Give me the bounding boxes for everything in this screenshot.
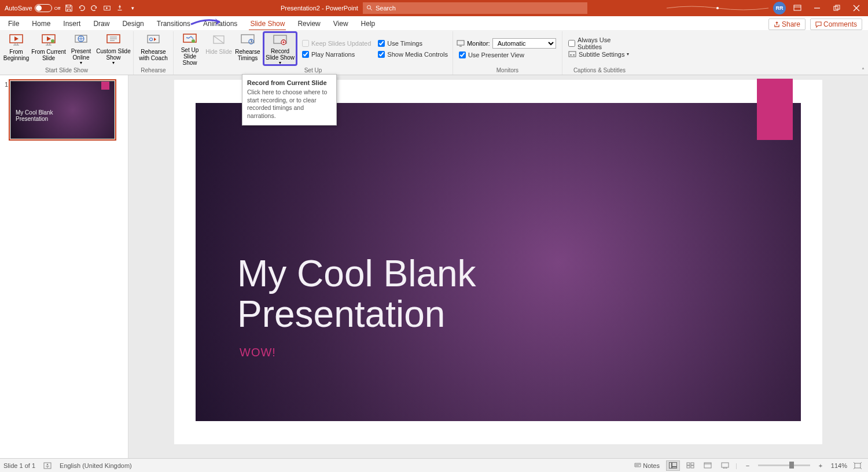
slideshow-view-button[interactable] xyxy=(718,460,732,471)
record-slide-show-button[interactable]: Record Slide Show ▾ xyxy=(263,31,297,66)
collapse-ribbon-icon[interactable]: ˄ xyxy=(862,67,865,73)
tab-draw[interactable]: Draw xyxy=(92,17,111,30)
reading-view-icon xyxy=(704,462,712,469)
svg-rect-33 xyxy=(704,463,711,468)
touch-mode-icon[interactable] xyxy=(116,4,124,12)
svg-rect-34 xyxy=(722,463,729,467)
thumbnail-number: 1 xyxy=(2,81,10,139)
group-monitors: Monitor: Automatic Use Presenter View Mo… xyxy=(453,31,562,75)
monitor-icon xyxy=(457,40,465,47)
zoom-in-button[interactable]: + xyxy=(814,460,827,471)
ribbon: From Beginning From Current Slide Presen… xyxy=(0,30,868,75)
notes-button[interactable]: Notes xyxy=(631,460,663,471)
toggle-switch-icon[interactable] xyxy=(35,4,52,12)
fit-to-window-button[interactable] xyxy=(851,460,865,471)
slide-sorter-view-button[interactable] xyxy=(683,460,697,471)
slide-canvas-pane[interactable]: My Cool Blank Presentation WOW! xyxy=(128,75,868,458)
slide-subtitle-textbox[interactable]: WOW! xyxy=(240,346,276,359)
hide-slide-icon xyxy=(212,33,226,47)
svg-rect-3 xyxy=(794,5,801,10)
title-center: Presentation2 - PowerPoint Search xyxy=(281,2,587,14)
show-media-controls-checkbox[interactable]: Show Media Controls xyxy=(376,49,450,60)
group-rehearse: Rehearse with Coach Rehearse xyxy=(134,31,174,75)
slide-page: My Cool Blank Presentation WOW! xyxy=(174,80,822,444)
qat-dropdown-icon[interactable]: ▾ xyxy=(128,4,137,12)
title-right: RR xyxy=(665,0,868,16)
subtitle-settings-button[interactable]: Subtitle Settings ▾ xyxy=(566,49,634,60)
account-avatar[interactable]: RR xyxy=(773,2,786,14)
svg-point-1 xyxy=(367,6,370,9)
tab-view[interactable]: View xyxy=(332,17,350,30)
tab-home[interactable]: Home xyxy=(31,17,52,30)
slide-title-textbox[interactable]: My Cool Blank Presentation xyxy=(237,253,476,335)
search-icon xyxy=(366,5,373,12)
document-title: Presentation2 - PowerPoint xyxy=(281,5,358,12)
ribbon-display-icon[interactable] xyxy=(789,0,806,16)
slideshow-view-icon xyxy=(721,462,729,469)
svg-point-2 xyxy=(716,7,719,9)
play-from-current-icon xyxy=(42,33,56,47)
thumbnail-row[interactable]: 1 My Cool Blank Presentation xyxy=(0,81,128,142)
zoom-out-button[interactable]: − xyxy=(741,460,755,471)
start-from-beginning-icon[interactable] xyxy=(103,4,111,12)
autosave-toggle[interactable]: AutoSave Off xyxy=(5,4,60,12)
group-set-up: Set Up Slide Show Hide Slide Rehearse Ti… xyxy=(174,31,453,75)
comments-button[interactable]: Comments xyxy=(810,19,862,30)
tab-transitions[interactable]: Transitions xyxy=(156,17,192,30)
tab-help[interactable]: Help xyxy=(360,17,377,30)
comment-icon xyxy=(815,21,822,28)
set-up-slide-show-button[interactable]: Set Up Slide Show xyxy=(176,31,204,66)
use-timings-checkbox[interactable]: Use Timings xyxy=(376,38,450,49)
tab-insert[interactable]: Insert xyxy=(62,17,82,30)
slide[interactable]: My Cool Blank Presentation WOW! xyxy=(196,103,801,421)
close-icon[interactable] xyxy=(848,0,865,16)
play-narrations-checkbox[interactable]: Play Narrations xyxy=(300,49,373,60)
redo-icon[interactable] xyxy=(90,4,98,12)
setup-icon xyxy=(183,33,197,45)
zoom-level[interactable]: 114% xyxy=(831,462,847,469)
custom-slide-show-button[interactable]: Custom Slide Show ▾ xyxy=(96,31,131,66)
group-label: Captions & Subtitles xyxy=(573,66,626,75)
tooltip: Record from Current Slide Click here to … xyxy=(242,74,337,126)
progress-indicator-icon xyxy=(665,3,770,13)
tab-design[interactable]: Design xyxy=(121,17,145,30)
group-label: Set Up xyxy=(304,66,322,75)
minimize-icon[interactable] xyxy=(809,0,825,16)
reading-view-button[interactable] xyxy=(701,460,715,471)
undo-icon[interactable] xyxy=(78,4,86,12)
use-presenter-view-checkbox[interactable]: Use Presenter View xyxy=(457,50,560,60)
ribbon-tabs: File Home Insert Draw Design Transitions… xyxy=(0,16,868,30)
monitor-select[interactable]: Automatic xyxy=(492,38,556,49)
rehearse-with-coach-button[interactable]: Rehearse with Coach xyxy=(136,31,171,66)
zoom-slider[interactable] xyxy=(758,464,810,466)
tab-animations[interactable]: Animations xyxy=(202,17,238,30)
slide-thumbnail-pane[interactable]: 1 My Cool Blank Presentation xyxy=(0,75,128,458)
notes-icon xyxy=(634,463,641,469)
always-use-subtitles-checkbox[interactable]: Always Use Subtitles xyxy=(566,38,634,49)
group-captions: Always Use Subtitles Subtitle Settings ▾… xyxy=(562,31,637,75)
rehearse-timings-button[interactable]: Rehearse Timings xyxy=(234,31,262,66)
save-icon[interactable] xyxy=(65,4,73,12)
maximize-icon[interactable] xyxy=(829,0,845,16)
monitor-label: Monitor: xyxy=(467,40,490,47)
accessibility-icon[interactable] xyxy=(43,462,52,469)
slide-thumbnail[interactable]: My Cool Blank Presentation xyxy=(10,81,115,139)
svg-point-13 xyxy=(150,38,153,41)
slide-accent-shape[interactable] xyxy=(757,79,793,140)
tooltip-title: Record from Current Slide xyxy=(247,79,332,86)
from-beginning-button[interactable]: From Beginning xyxy=(2,31,30,66)
normal-view-button[interactable] xyxy=(666,460,680,471)
tab-review[interactable]: Review xyxy=(296,17,321,30)
slide-counter[interactable]: Slide 1 of 1 xyxy=(3,462,35,469)
tab-slide-show[interactable]: Slide Show xyxy=(249,17,286,30)
from-current-slide-button[interactable]: From Current Slide xyxy=(31,31,66,66)
language-indicator[interactable]: English (United Kingdom) xyxy=(60,462,132,469)
keep-slides-updated-checkbox[interactable]: Keep Slides Updated xyxy=(300,38,373,49)
present-online-button[interactable]: Present Online ▾ xyxy=(67,31,95,66)
share-button[interactable]: Share xyxy=(768,19,806,30)
thumb-accent-icon xyxy=(101,82,109,90)
svg-rect-30 xyxy=(691,463,694,465)
search-input[interactable]: Search xyxy=(363,2,587,14)
tab-file[interactable]: File xyxy=(7,17,20,30)
svg-rect-27 xyxy=(672,463,677,467)
